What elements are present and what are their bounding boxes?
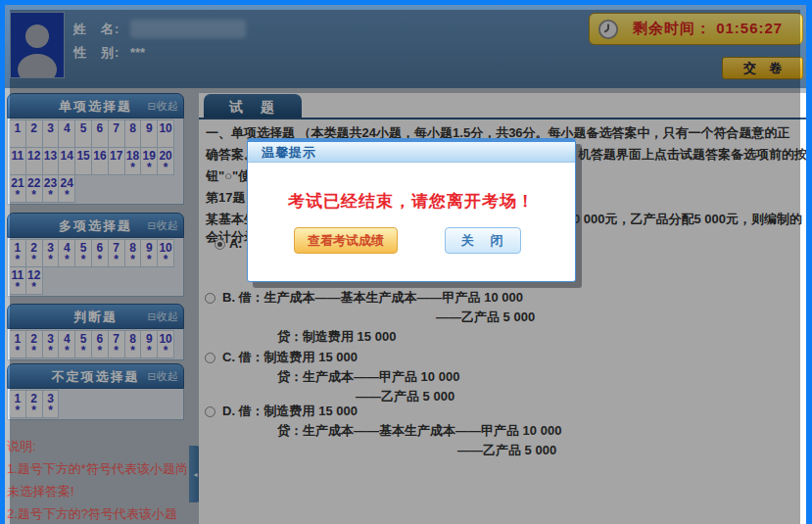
app-frame: 姓 名: 性 别: *** 剩余时间： 01:56:27 交 卷 单项选择题⊟收…	[0, 0, 812, 524]
close-button[interactable]: 关 闭	[445, 227, 521, 254]
dialog-title: 温馨提示	[262, 145, 316, 160]
notice-dialog: 温馨提示 考试已经结束，请您离开考场！ 查看考试成绩 关 闭	[247, 138, 576, 282]
dialog-titlebar: 温馨提示	[248, 139, 575, 163]
dialog-message: 考试已经结束，请您离开考场！	[248, 190, 575, 213]
view-score-button[interactable]: 查看考试成绩	[294, 227, 398, 254]
